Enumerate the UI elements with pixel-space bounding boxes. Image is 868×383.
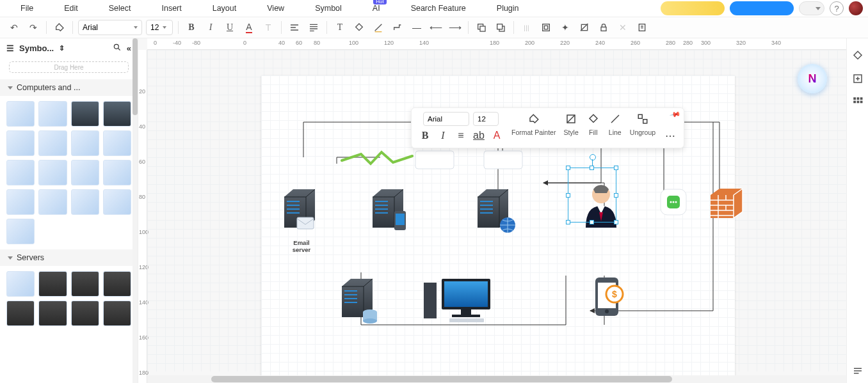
shape-tablet[interactable] bbox=[6, 189, 35, 215]
shape-server-8[interactable] bbox=[103, 301, 131, 326]
shape-pc-tower[interactable] bbox=[6, 101, 35, 127]
undo-icon[interactable]: ↶ bbox=[6, 20, 22, 35]
menu-select[interactable]: Select bbox=[93, 1, 147, 15]
effects-icon[interactable]: ✦ bbox=[558, 20, 573, 35]
group-icon[interactable] bbox=[538, 20, 554, 35]
bottom-menu-icon[interactable] bbox=[852, 365, 864, 377]
ctx-font-select[interactable]: Arial bbox=[423, 112, 469, 126]
shape-monitor[interactable] bbox=[71, 160, 99, 185]
menu-ai[interactable]: AIHot bbox=[357, 1, 396, 15]
shape-desktop[interactable] bbox=[38, 101, 67, 127]
font-family-select[interactable]: Arial bbox=[78, 20, 142, 35]
shape-server-1[interactable] bbox=[6, 271, 35, 297]
more-pill[interactable] bbox=[799, 1, 824, 15]
fill-color-icon[interactable] bbox=[351, 20, 367, 35]
resize-handle-sw[interactable] bbox=[566, 220, 570, 224]
shape-pos[interactable] bbox=[103, 189, 131, 215]
menu-layout[interactable]: Layout bbox=[197, 1, 252, 15]
menu-search-feature[interactable]: Search Feature bbox=[396, 1, 481, 15]
ctx-align-icon[interactable]: ≡ bbox=[454, 129, 468, 143]
shape-server-4[interactable] bbox=[103, 271, 131, 297]
shape-macpro[interactable] bbox=[38, 160, 67, 185]
align-horizontal-icon[interactable] bbox=[287, 20, 302, 35]
arrow-start-icon[interactable]: ⟵ bbox=[428, 20, 444, 35]
pin-icon[interactable]: 📌 bbox=[670, 109, 682, 121]
ctx-fontcolor-icon[interactable]: A bbox=[490, 129, 504, 143]
shape-laptop-3[interactable] bbox=[38, 130, 67, 156]
strikethrough-icon[interactable]: T bbox=[261, 20, 276, 35]
connector-style-icon[interactable] bbox=[390, 20, 405, 35]
ctx-format-painter-icon[interactable] bbox=[527, 112, 541, 126]
ctx-texteffect-icon[interactable]: ab bbox=[472, 129, 486, 143]
rotate-handle[interactable] bbox=[590, 154, 596, 160]
line-style-icon[interactable]: — bbox=[409, 20, 424, 35]
theme-icon[interactable] bbox=[852, 50, 864, 61]
canvas-h-scrollbar[interactable] bbox=[147, 375, 846, 383]
menu-edit[interactable]: Edit bbox=[49, 1, 93, 15]
ctx-line-icon[interactable] bbox=[608, 112, 622, 126]
format-painter-icon[interactable] bbox=[52, 20, 67, 35]
ai-assistant-bubble[interactable]: N bbox=[798, 64, 827, 93]
category-servers[interactable]: Servers bbox=[0, 249, 138, 266]
menu-symbol[interactable]: Symbol bbox=[300, 1, 357, 15]
tools-icon[interactable]: ✕ bbox=[615, 20, 631, 35]
menu-file[interactable]: File bbox=[5, 1, 49, 15]
bold-icon[interactable]: B bbox=[184, 20, 199, 35]
shape-laptop-5[interactable] bbox=[103, 130, 131, 156]
ctx-bold-icon[interactable]: B bbox=[418, 129, 432, 143]
ctx-more-icon[interactable]: ⋯ bbox=[663, 129, 677, 143]
bring-front-icon[interactable] bbox=[474, 20, 489, 35]
shape-kiosk[interactable] bbox=[6, 219, 35, 244]
ctx-fill-icon[interactable] bbox=[586, 112, 600, 126]
text-tool-icon[interactable]: T bbox=[332, 20, 348, 35]
apps-icon[interactable] bbox=[852, 96, 864, 107]
shape-server-5[interactable] bbox=[6, 301, 35, 326]
arrow-end-icon[interactable]: ⟶ bbox=[447, 20, 463, 35]
menu-insert[interactable]: Insert bbox=[146, 1, 197, 15]
export-icon[interactable] bbox=[852, 73, 864, 84]
left-scrollbar[interactable] bbox=[133, 38, 138, 383]
expand-icon[interactable]: ⇕ bbox=[59, 44, 65, 52]
shape-server-6[interactable] bbox=[38, 301, 67, 326]
send-back-icon[interactable] bbox=[493, 20, 508, 35]
help-icon[interactable]: ? bbox=[830, 1, 844, 15]
page-setup-icon[interactable] bbox=[634, 20, 650, 35]
library-icon[interactable]: ☰ bbox=[6, 43, 14, 53]
menu-plugin[interactable]: Plugin bbox=[481, 1, 534, 15]
shape-tablet-2[interactable] bbox=[38, 189, 67, 215]
search-icon[interactable] bbox=[113, 43, 122, 54]
font-size-select[interactable]: 12 bbox=[146, 20, 173, 35]
resize-handle-ne[interactable] bbox=[614, 166, 618, 170]
user-avatar[interactable] bbox=[849, 1, 863, 15]
ctx-style-icon[interactable] bbox=[564, 112, 578, 126]
shape-server-7[interactable] bbox=[71, 301, 99, 326]
ctx-ungroup-icon[interactable] bbox=[636, 112, 650, 126]
resize-handle-s[interactable] bbox=[590, 220, 594, 224]
redo-icon[interactable]: ↷ bbox=[26, 20, 41, 35]
shape-laptop[interactable] bbox=[103, 101, 131, 127]
align-objects-icon[interactable]: ⫼ bbox=[519, 20, 534, 35]
font-color-icon[interactable]: A bbox=[241, 20, 257, 35]
shape-laptop-4[interactable] bbox=[71, 130, 99, 156]
shape-tower[interactable] bbox=[71, 101, 99, 127]
drop-zone[interactable]: Drag Here bbox=[9, 61, 129, 73]
lock-icon[interactable] bbox=[596, 20, 611, 35]
canvas-grid[interactable]: $ Email server 📌 Arial bbox=[147, 50, 846, 371]
ctx-size-select[interactable]: 12 bbox=[473, 112, 499, 126]
italic-icon[interactable]: I bbox=[203, 20, 218, 35]
upgrade-pill[interactable] bbox=[661, 1, 725, 15]
align-vertical-icon[interactable] bbox=[306, 20, 321, 35]
resize-handle-e[interactable] bbox=[614, 193, 618, 198]
resize-handle-n[interactable] bbox=[590, 166, 594, 170]
resize-handle-nw[interactable] bbox=[566, 166, 570, 170]
shape-laptop-2[interactable] bbox=[6, 130, 35, 156]
resize-handle-w[interactable] bbox=[566, 193, 570, 198]
category-computers[interactable]: Computers and ... bbox=[0, 79, 138, 96]
resize-handle-se[interactable] bbox=[614, 220, 618, 224]
line-color-icon[interactable] bbox=[371, 20, 386, 35]
shape-server-3[interactable] bbox=[71, 271, 99, 297]
shape-server-2[interactable] bbox=[38, 271, 67, 297]
ctx-italic-icon[interactable]: I bbox=[436, 129, 450, 143]
selection-box[interactable] bbox=[568, 168, 616, 223]
shape-printer[interactable] bbox=[103, 160, 131, 185]
